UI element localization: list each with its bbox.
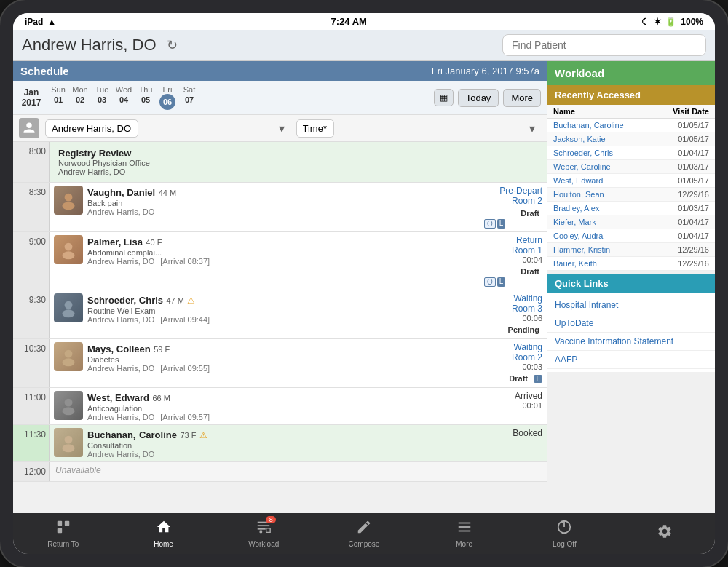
patient-name-link[interactable]: Bradley, Alex [553,204,599,213]
battery-icon: 🔋 [665,17,676,27]
time-row-1100: 11:00 West, Edward 66 M Anticoagulation [13,388,547,425]
day-columns: Sun 01 Mon 02 Tue 03 Wed [48,85,430,110]
col-visit-date: Visit Date [653,105,715,119]
patient-name-link[interactable]: Hammer, Kristin [553,245,610,254]
recent-patient-row[interactable]: West, Edward 01/05/17 [547,174,715,188]
recent-patient-row[interactable]: Houlton, Sean 12/29/16 [547,188,715,202]
appt-slot-vaughn[interactable]: Vaughn, Daniel 44 M Back pain Andrew Har… [50,183,547,231]
appt-status-palmer: Return Room 1 00:04 Draft OL [484,235,542,287]
day-col-sat[interactable]: Sat 07 [179,85,199,110]
nav-more[interactable]: More [443,516,486,551]
time-label-830: 8:30 [13,183,50,231]
day-col-mon[interactable]: Mon 02 [70,85,90,110]
patient-name-link[interactable]: Cooley, Audra [553,231,603,240]
svg-rect-13 [65,521,69,526]
visit-date: 01/03/17 [653,202,715,215]
wifi-icon: ▲ [47,17,56,27]
nav-workload-label: Workload [248,540,279,548]
day-col-sun[interactable]: Sun 01 [48,85,68,110]
time-label-800: 8:00 [13,142,50,182]
patient-name-link[interactable]: Bauer, Keith [553,259,597,268]
schedule-panel: Schedule Fri January 6, 2017 9:57a Jan 2… [13,61,547,513]
recent-patient-row[interactable]: Weber, Caroline 01/03/17 [547,160,715,174]
recent-patient-row[interactable]: Jackson, Katie 01/05/17 [547,132,715,146]
calendar-more-button[interactable]: More [503,89,541,107]
quick-link-aafp[interactable]: AAFP [547,351,715,369]
bluetooth-icon: ✶ [654,17,661,27]
appt-slot-west[interactable]: West, Edward 66 M Anticoagulation Andrew… [50,388,547,424]
quick-link-uptodate[interactable]: UpToDate [547,314,715,333]
patient-name-link[interactable]: Jackson, Katie [553,135,606,143]
nav-settings[interactable] [643,520,687,547]
device-frame: iPad ▲ 7:24 AM ☾ ✶ 🔋 100% Andrew Harris,… [0,0,728,567]
appt-slot-palmer[interactable]: Palmer, Lisa 40 F Abdominal complai... A… [50,232,547,290]
patient-name-link[interactable]: Kiefer, Mark [553,218,596,226]
search-input[interactable] [502,34,706,56]
status-bar: iPad ▲ 7:24 AM ☾ ✶ 🔋 100% [13,13,715,30]
refresh-button[interactable]: ↻ [167,37,178,53]
time-select[interactable]: Time* [296,119,334,138]
svg-point-9 [62,407,74,415]
status-time: 7:24 AM [331,16,367,27]
visit-date: 01/04/17 [653,229,715,243]
more-icon [456,519,472,539]
appt-status-schroeder: Waiting Room 3 00:06 Pending [484,293,542,336]
appt-slot-buchanan[interactable]: Buchanan, Caroline 73 F ⚠ Consultation A… [50,425,547,461]
time-label-900: 9:00 [13,232,50,290]
recent-patient-row[interactable]: Kiefer, Mark 01/04/17 [547,215,715,229]
svg-rect-17 [258,528,266,530]
svg-rect-14 [58,528,62,533]
appt-slot-mays[interactable]: Mays, Colleen 59 F Diabetes Andrew Harri… [50,339,547,387]
appt-info-west: West, Edward 66 M Anticoagulation Andrew… [87,391,480,421]
time-row-800: 8:00 Registry Review Norwood Physician O… [13,142,547,183]
appt-slot-schroeder[interactable]: Schroeder, Chris 47 M ⚠ Routine Well Exa… [50,290,547,338]
patient-name-link[interactable]: Schroeder, Chris [553,148,613,157]
time-label-1130: 11:30 [13,425,50,461]
right-panel: Workload Recently Accessed Name Visit Da… [547,61,715,513]
nav-logoff[interactable]: Log Off [542,516,586,551]
patient-name-link[interactable]: West, Edward [553,176,603,185]
visit-date: 12/29/16 [653,257,715,271]
day-col-thu[interactable]: Thu 05 [135,85,156,110]
svg-point-4 [65,301,73,309]
calendar-grid-button[interactable]: ▦ [434,89,454,106]
appt-status-west: Arrived 00:01 [484,391,542,410]
recent-patient-row[interactable]: Hammer, Kristin 12/29/16 [547,243,715,257]
patient-name-link[interactable]: Buchanan, Caroline [553,121,624,130]
time-row-1030: 10:30 Mays, Colleen 59 F Diabetes [13,339,547,388]
svg-rect-16 [258,525,270,526]
quick-link-hospital[interactable]: Hospital Intranet [547,296,715,314]
recent-patient-row[interactable]: Buchanan, Caroline 01/05/17 [547,119,715,132]
svg-rect-21 [458,531,470,532]
registry-location: Norwood Physician Office [58,159,538,167]
time-row-1130: 11:30 Buchanan, Caroline [13,425,547,462]
patient-name-link[interactable]: Weber, Caroline [553,162,611,171]
logoff-icon [556,519,572,539]
appt-info-mays: Mays, Colleen 59 F Diabetes Andrew Harri… [87,342,480,373]
svg-point-1 [62,202,74,210]
day-col-tue[interactable]: Tue 03 [92,85,112,110]
patient-name-link[interactable]: Houlton, Sean [553,190,604,199]
day-col-fri-active[interactable]: Fri 06 [157,85,178,110]
svg-rect-19 [458,523,470,524]
registry-slot[interactable]: Registry Review Norwood Physician Office… [50,142,547,182]
nav-return-to[interactable]: Return To [41,516,85,551]
svg-point-11 [62,444,74,452]
recent-patient-row[interactable]: Bradley, Alex 01/03/17 [547,202,715,215]
recent-patient-row[interactable]: Cooley, Audra 01/04/17 [547,229,715,243]
recent-patient-row[interactable]: Schroeder, Chris 01/04/17 [547,146,715,160]
provider-select[interactable]: Andrew Harris, DO [45,119,138,138]
nav-more-label: More [456,540,472,548]
day-col-wed[interactable]: Wed 04 [114,85,134,110]
month-year: Jan 2017 [19,87,44,108]
recent-patient-row[interactable]: Bauer, Keith 12/29/16 [547,257,715,271]
nav-compose-label: Compose [349,540,380,548]
time-row-830: 8:30 Vaughn, Daniel 44 M Back pain Andre… [13,183,547,232]
nav-home[interactable]: Home [142,516,186,551]
registry-title: Registry Review [58,148,538,159]
quick-link-vaccine[interactable]: Vaccine Information Statement [547,333,715,351]
nav-compose[interactable]: Compose [342,516,386,551]
today-button[interactable]: Today [458,89,499,107]
svg-point-3 [62,251,74,259]
nav-workload[interactable]: 8 Workload [242,516,285,551]
